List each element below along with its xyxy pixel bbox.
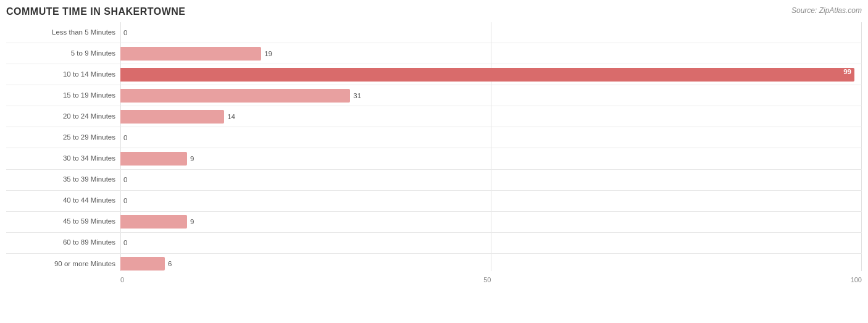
chart-header: COMMUTE TIME IN SHAKERTOWNE Source: ZipA… <box>6 6 862 17</box>
bar-fill <box>120 89 350 103</box>
bar-row: 35 to 39 Minutes0 <box>6 170 862 191</box>
bar-label: 10 to 14 Minutes <box>6 70 120 79</box>
bar-track: 0 <box>120 173 862 187</box>
bar-label: 25 to 29 Minutes <box>6 133 120 142</box>
bar-row: 15 to 19 Minutes31 <box>6 85 862 106</box>
bar-row: 60 to 89 Minutes0 <box>6 233 862 254</box>
bar-fill <box>120 152 187 166</box>
bar-row: 5 to 9 Minutes19 <box>6 43 862 64</box>
bar-track: 14 <box>120 110 862 124</box>
bar-track: 31 <box>120 89 862 103</box>
bar-value: 9 <box>190 155 194 162</box>
chart-area: Less than 5 Minutes05 to 9 Minutes1910 t… <box>6 22 862 283</box>
bar-value: 99 <box>843 68 851 75</box>
bar-label: 40 to 44 Minutes <box>6 196 120 205</box>
x-axis-label: 50 <box>483 276 491 283</box>
bar-value: 0 <box>123 239 127 246</box>
bar-value: 19 <box>264 50 272 57</box>
bar-value: 14 <box>227 113 235 120</box>
bar-label: 20 to 24 Minutes <box>6 112 120 121</box>
bar-track: 9 <box>120 215 862 229</box>
bar-fill <box>120 257 165 271</box>
bar-label: 60 to 89 Minutes <box>6 238 120 247</box>
chart-title: COMMUTE TIME IN SHAKERTOWNE <box>6 6 186 17</box>
bar-row: 40 to 44 Minutes0 <box>6 191 862 212</box>
bar-value: 0 <box>123 197 127 204</box>
rows-area: Less than 5 Minutes05 to 9 Minutes1910 t… <box>6 22 862 274</box>
bar-fill <box>120 215 187 229</box>
bar-track: 0 <box>120 131 862 145</box>
bar-label: 90 or more Minutes <box>6 260 120 269</box>
bar-track: 19 <box>120 47 862 61</box>
bar-row: 10 to 14 Minutes99 <box>6 64 862 85</box>
chart-container: COMMUTE TIME IN SHAKERTOWNE Source: ZipA… <box>0 0 868 323</box>
bar-track: 9 <box>120 152 862 166</box>
x-axis: 050100 <box>120 276 862 283</box>
bar-value: 9 <box>190 218 194 225</box>
bar-value: 6 <box>168 260 172 267</box>
bar-label: 15 to 19 Minutes <box>6 91 120 100</box>
bar-value: 0 <box>123 29 127 36</box>
x-axis-label: 0 <box>120 276 124 283</box>
bar-label: 35 to 39 Minutes <box>6 175 120 184</box>
bar-label: 30 to 34 Minutes <box>6 154 120 163</box>
bar-row: 20 to 24 Minutes14 <box>6 106 862 127</box>
bar-label: 45 to 59 Minutes <box>6 217 120 226</box>
bar-track: 6 <box>120 257 862 271</box>
bar-label: Less than 5 Minutes <box>6 28 120 37</box>
bar-fill <box>120 110 224 124</box>
bar-fill <box>120 47 261 61</box>
chart-source: Source: ZipAtlas.com <box>791 6 862 15</box>
bar-fill: 99 <box>120 68 854 82</box>
x-axis-label: 100 <box>851 276 862 283</box>
bar-track: 0 <box>120 236 862 250</box>
bar-track: 99 <box>120 68 862 82</box>
bar-label: 5 to 9 Minutes <box>6 49 120 58</box>
bar-value: 31 <box>353 92 361 99</box>
bar-row: 45 to 59 Minutes9 <box>6 212 862 233</box>
bar-track: 0 <box>120 194 862 208</box>
bar-value: 0 <box>123 176 127 183</box>
bar-row: 90 or more Minutes6 <box>6 254 862 274</box>
bar-row: 30 to 34 Minutes9 <box>6 148 862 169</box>
bar-row: Less than 5 Minutes0 <box>6 22 862 43</box>
bar-track: 0 <box>120 26 862 40</box>
bar-row: 25 to 29 Minutes0 <box>6 127 862 148</box>
bar-value: 0 <box>123 134 127 141</box>
